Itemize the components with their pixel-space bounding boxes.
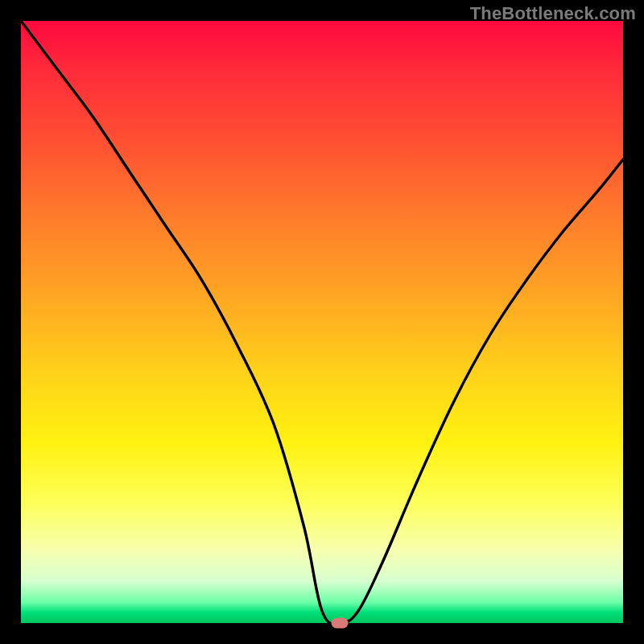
optimal-point-marker xyxy=(332,618,349,629)
watermark-text: TheBottleneck.com xyxy=(470,3,636,24)
bottleneck-curve xyxy=(21,21,623,623)
plot-area xyxy=(21,21,623,623)
chart-frame: TheBottleneck.com xyxy=(0,0,644,644)
